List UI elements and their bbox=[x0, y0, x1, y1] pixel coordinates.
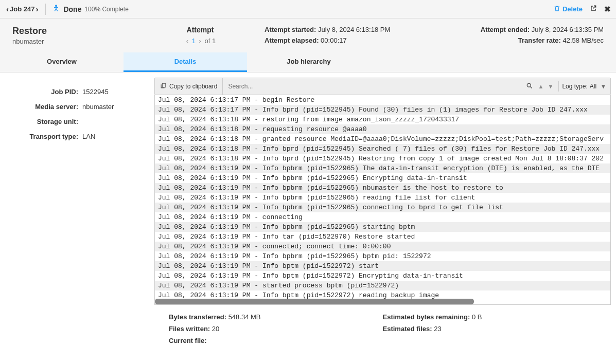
copy-to-clipboard-button[interactable]: Copy to clipboard bbox=[155, 78, 223, 95]
media-server-value: nbumaster bbox=[82, 103, 114, 111]
log-line: Jul 08, 2024 6:13:19 PM - Info bpbrm (pi… bbox=[155, 193, 610, 203]
log-line: Jul 08, 2024 6:13:19 PM - Info bpbrm (pi… bbox=[155, 173, 610, 183]
attempt-pager: ‹ 1 › of 1 bbox=[136, 37, 265, 45]
media-server-label: Media server: bbox=[10, 103, 82, 111]
job-nav: ‹ Job 247 › bbox=[5, 5, 39, 13]
page-title: Restore bbox=[12, 26, 136, 37]
attempt-label: Attempt bbox=[136, 26, 265, 34]
tab-overview[interactable]: Overview bbox=[0, 52, 124, 72]
clipboard-icon bbox=[160, 82, 167, 90]
started-label: Attempt started: bbox=[265, 26, 316, 33]
est-bytes-value: 0 B bbox=[472, 313, 482, 321]
search-icon[interactable] bbox=[523, 82, 536, 91]
search-input[interactable] bbox=[223, 78, 522, 95]
current-file-label: Current file: bbox=[169, 337, 207, 344]
log-line: Jul 08, 2024 6:13:19 PM - Info bptm (pid… bbox=[155, 271, 610, 281]
side-metadata: Job PID: 1522945 Media server: nbumaster… bbox=[0, 72, 154, 362]
search-prev-icon[interactable]: ▲ bbox=[536, 83, 546, 89]
attempt-current: 1 bbox=[192, 37, 196, 45]
summary-rate: Attempt ended: July 8, 2024 6:13:35 PM T… bbox=[470, 26, 604, 47]
rate-label: Transfer rate: bbox=[518, 37, 561, 44]
log-line: Jul 08, 2024 6:13:19 PM - started proces… bbox=[155, 281, 610, 290]
attempt-prev-icon[interactable]: ‹ bbox=[185, 37, 190, 45]
trash-icon bbox=[554, 5, 560, 13]
est-bytes-label: Estimated bytes remaining: bbox=[383, 313, 470, 321]
log-line: Jul 08, 2024 6:13:19 PM - Info bpbrm (pi… bbox=[155, 251, 610, 261]
chevron-down-icon[interactable]: ▼ bbox=[599, 83, 610, 89]
log-line: Jul 08, 2024 6:13:17 PM - Info bprd (pid… bbox=[155, 105, 610, 115]
log-container: Jul 08, 2024 6:13:17 PM - begin RestoreJ… bbox=[154, 95, 611, 305]
log-line: Jul 08, 2024 6:13:17 PM - begin Restore bbox=[155, 95, 610, 105]
page-subtitle: nbumaster bbox=[12, 38, 136, 45]
attempt-next-icon[interactable]: › bbox=[198, 37, 203, 45]
est-files-label: Estimated files: bbox=[383, 325, 432, 333]
status-text: Done bbox=[63, 5, 81, 13]
footer-stats: Bytes transferred: 548.34 MB Files writt… bbox=[154, 305, 611, 357]
chevron-left-icon[interactable]: ‹ bbox=[5, 5, 10, 13]
header-actions: Delete ✖ bbox=[554, 5, 611, 14]
job-pid-label: Job PID: bbox=[10, 88, 82, 96]
ended-label: Attempt ended: bbox=[481, 26, 530, 33]
copy-label: Copy to clipboard bbox=[169, 83, 217, 90]
started-value: July 8, 2024 6:13:18 PM bbox=[318, 26, 390, 33]
job-id-label: Job 247 bbox=[10, 5, 34, 13]
elapsed-value: 00:00:17 bbox=[321, 37, 347, 44]
summary-attempt: Attempt ‹ 1 › of 1 bbox=[136, 26, 265, 47]
status-percent: 100% Complete bbox=[84, 6, 128, 13]
content-area: Job PID: 1522945 Media server: nbumaster… bbox=[0, 72, 616, 362]
log-line: Jul 08, 2024 6:13:19 PM - Info bptm (pid… bbox=[155, 261, 610, 271]
log-line: Jul 08, 2024 6:13:19 PM - connected; con… bbox=[155, 242, 610, 251]
transport-type-label: Transport type: bbox=[10, 133, 82, 140]
log-line: Jul 08, 2024 6:13:19 PM - connecting bbox=[155, 212, 610, 222]
status-block: Done 100% Complete bbox=[52, 4, 128, 14]
storage-unit-label: Storage unit: bbox=[10, 118, 82, 125]
delete-button[interactable]: Delete bbox=[554, 5, 583, 13]
log-line: Jul 08, 2024 6:13:18 PM - Info bprd (pid… bbox=[155, 154, 610, 163]
tab-details[interactable]: Details bbox=[124, 52, 247, 72]
log-line: Jul 08, 2024 6:13:18 PM - requesting res… bbox=[155, 124, 610, 134]
files-written-value: 20 bbox=[212, 325, 219, 333]
separator bbox=[558, 81, 559, 92]
ended-value: July 8, 2024 6:13:35 PM bbox=[532, 26, 604, 33]
attempt-of: of 1 bbox=[205, 37, 216, 45]
log-line: Jul 08, 2024 6:13:18 PM - Info bprd (pid… bbox=[155, 144, 610, 154]
header-bar: ‹ Job 247 › Done 100% Complete Delete ✖ bbox=[0, 0, 616, 19]
rate-value: 42.58 MB/sec bbox=[563, 37, 604, 44]
log-line: Jul 08, 2024 6:13:19 PM - Info bpbrm (pi… bbox=[155, 183, 610, 193]
logtype-value[interactable]: All bbox=[590, 83, 599, 90]
log-line: Jul 08, 2024 6:13:18 PM - restoring from… bbox=[155, 115, 610, 124]
svg-point-2 bbox=[527, 83, 531, 87]
svg-point-0 bbox=[55, 5, 57, 7]
transport-type-value: LAN bbox=[82, 133, 95, 140]
close-icon[interactable]: ✖ bbox=[604, 5, 611, 14]
done-icon bbox=[52, 4, 60, 14]
job-pid-value: 1522945 bbox=[82, 88, 109, 96]
summary-panel: Restore nbumaster Attempt ‹ 1 › of 1 Att… bbox=[0, 19, 616, 52]
elapsed-label: Attempt elapsed: bbox=[265, 37, 319, 44]
log-line: Jul 08, 2024 6:13:18 PM - granted resour… bbox=[155, 134, 610, 144]
log-toolbar: Copy to clipboard ▲ ▼ Log type: All ▼ bbox=[154, 78, 611, 95]
log-line: Jul 08, 2024 6:13:19 PM - Info tar (pid=… bbox=[155, 232, 610, 242]
horizontal-scrollbar[interactable] bbox=[155, 299, 474, 304]
delete-label: Delete bbox=[562, 5, 583, 13]
log-area: Copy to clipboard ▲ ▼ Log type: All ▼ Ju… bbox=[154, 72, 616, 362]
logtype-label: Log type: bbox=[562, 83, 589, 90]
tab-hierarchy[interactable]: Job hierarchy bbox=[247, 52, 371, 72]
chevron-right-icon[interactable]: › bbox=[34, 5, 39, 13]
tab-bar: Overview Details Job hierarchy bbox=[0, 52, 616, 72]
bytes-transferred-label: Bytes transferred: bbox=[169, 313, 226, 321]
svg-rect-1 bbox=[162, 83, 166, 87]
est-files-value: 23 bbox=[434, 325, 441, 333]
log-lines[interactable]: Jul 08, 2024 6:13:17 PM - begin RestoreJ… bbox=[155, 95, 610, 305]
search-next-icon[interactable]: ▼ bbox=[546, 83, 556, 89]
log-line: Jul 08, 2024 6:13:19 PM - Info bpbrm (pi… bbox=[155, 163, 610, 173]
summary-times: Attempt started: July 8, 2024 6:13:18 PM… bbox=[265, 26, 470, 47]
summary-restore: Restore nbumaster bbox=[12, 26, 136, 47]
log-line: Jul 08, 2024 6:13:19 PM - Info bpbrm (pi… bbox=[155, 203, 610, 212]
separator bbox=[45, 4, 46, 15]
log-line: Jul 08, 2024 6:13:19 PM - Info bpbrm (pi… bbox=[155, 222, 610, 232]
popout-icon[interactable] bbox=[590, 5, 597, 13]
files-written-label: Files written: bbox=[169, 325, 210, 333]
bytes-transferred-value: 548.34 MB bbox=[228, 313, 261, 321]
